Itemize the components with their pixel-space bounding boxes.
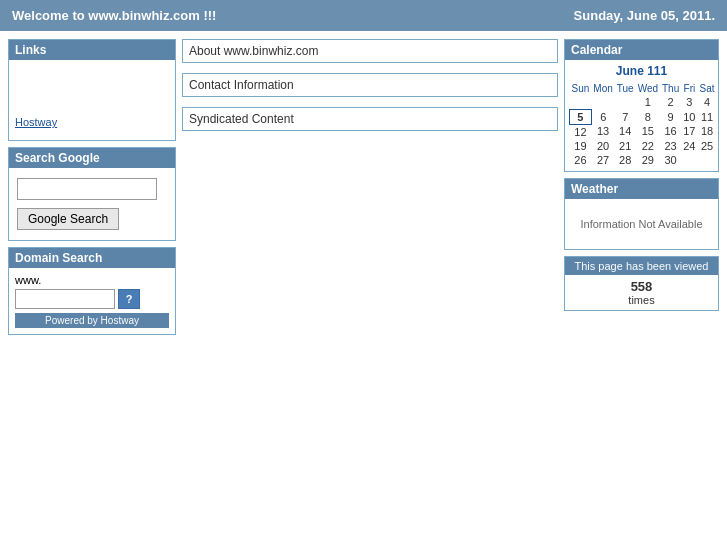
weather-panel-body: Information Not Available (565, 199, 718, 249)
calendar-week-row: 1234 (570, 95, 717, 109)
calendar-day-cell: 21 (615, 139, 636, 153)
calendar-panel: Calendar June 111 SunMonTueWedThuFriSat … (564, 39, 719, 172)
calendar-week-row: 567891011 (570, 109, 717, 124)
calendar-day-cell (570, 95, 592, 109)
calendar-day-cell: 30 (660, 153, 681, 167)
calendar-day-cell: 22 (636, 139, 660, 153)
calendar-day-header: Sat (698, 82, 717, 95)
calendar-day-cell: 19 (570, 139, 592, 153)
calendar-week-row: 2627282930 (570, 153, 717, 167)
calendar-day-header: Thu (660, 82, 681, 95)
hostway-link[interactable]: Hostway (15, 116, 169, 128)
calendar-day-cell: 7 (615, 109, 636, 124)
welcome-text: Welcome to www.binwhiz.com !!! (12, 8, 216, 23)
calendar-day-header: Sun (570, 82, 592, 95)
syndicated-section: Syndicated Content (182, 107, 558, 131)
domain-www-label: www. (15, 274, 169, 286)
contact-section: Contact Information (182, 73, 558, 97)
search-google-body: Google Search (9, 168, 175, 240)
calendar-day-cell: 27 (591, 153, 614, 167)
about-section: About www.binwhiz.com (182, 39, 558, 63)
middle-column: About www.binwhiz.com Contact Informatio… (182, 39, 558, 131)
domain-input[interactable] (15, 289, 115, 309)
calendar-month: June 111 (569, 64, 714, 78)
weather-panel-header: Weather (565, 179, 718, 199)
domain-go-icon: ? (126, 293, 133, 305)
calendar-days-header: SunMonTueWedThuFriSat (570, 82, 717, 95)
calendar-day-cell: 16 (660, 124, 681, 139)
weather-status: Information Not Available (580, 218, 702, 230)
calendar-day-header: Tue (615, 82, 636, 95)
search-google-panel: Search Google Google Search (8, 147, 176, 241)
calendar-day-cell: 5 (570, 109, 592, 124)
calendar-day-cell: 1 (636, 95, 660, 109)
links-panel-header: Links (9, 40, 175, 60)
calendar-day-cell: 15 (636, 124, 660, 139)
calendar-day-header: Wed (636, 82, 660, 95)
pageviews-times: times (569, 294, 714, 306)
calendar-day-cell: 9 (660, 109, 681, 124)
calendar-day-cell: 26 (570, 153, 592, 167)
calendar-day-cell: 11 (698, 109, 717, 124)
date-text: Sunday, June 05, 2011. (574, 8, 715, 23)
calendar-body: 1234567891011121314151617181920212223242… (570, 95, 717, 167)
links-panel: Links Hostway (8, 39, 176, 141)
calendar-table: SunMonTueWedThuFriSat 123456789101112131… (569, 82, 717, 167)
left-column: Links Hostway Search Google Google Searc… (8, 39, 176, 335)
main-content: Links Hostway Search Google Google Searc… (0, 31, 727, 343)
calendar-day-cell: 20 (591, 139, 614, 153)
calendar-day-cell (698, 153, 717, 167)
powered-by-bar: Powered by Hostway (15, 313, 169, 328)
calendar-day-cell: 13 (591, 124, 614, 139)
calendar-day-cell (591, 95, 614, 109)
calendar-day-cell: 6 (591, 109, 614, 124)
pageviews-panel: This page has been viewed 558 times (564, 256, 719, 311)
calendar-day-cell: 4 (698, 95, 717, 109)
page-header: Welcome to www.binwhiz.com !!! Sunday, J… (0, 0, 727, 31)
about-title: About www.binwhiz.com (189, 44, 318, 58)
calendar-week-row: 12131415161718 (570, 124, 717, 139)
calendar-day-cell: 14 (615, 124, 636, 139)
links-panel-body: Hostway (9, 60, 175, 140)
calendar-day-cell: 3 (681, 95, 697, 109)
right-column: Calendar June 111 SunMonTueWedThuFriSat … (564, 39, 719, 311)
weather-panel: Weather Information Not Available (564, 178, 719, 250)
calendar-panel-body: June 111 SunMonTueWedThuFriSat 123456789… (565, 60, 718, 171)
google-search-button[interactable]: Google Search (17, 208, 119, 230)
calendar-day-cell: 23 (660, 139, 681, 153)
calendar-panel-header: Calendar (565, 40, 718, 60)
calendar-day-header: Fri (681, 82, 697, 95)
domain-search-panel: Domain Search www. ? Powered by Hostway (8, 247, 176, 335)
calendar-day-cell: 10 (681, 109, 697, 124)
calendar-day-cell: 29 (636, 153, 660, 167)
domain-search-header: Domain Search (9, 248, 175, 268)
domain-search-body: www. ? Powered by Hostway (9, 268, 175, 334)
calendar-day-cell: 25 (698, 139, 717, 153)
calendar-day-header: Mon (591, 82, 614, 95)
domain-go-button[interactable]: ? (118, 289, 140, 309)
pageviews-count: 558 (569, 279, 714, 294)
calendar-day-cell: 28 (615, 153, 636, 167)
calendar-day-cell (615, 95, 636, 109)
calendar-day-cell: 24 (681, 139, 697, 153)
pageviews-body: 558 times (565, 275, 718, 310)
search-input[interactable] (17, 178, 157, 200)
calendar-week-row: 19202122232425 (570, 139, 717, 153)
powered-by-text: Powered by Hostway (45, 315, 139, 326)
calendar-day-cell: 8 (636, 109, 660, 124)
search-google-header: Search Google (9, 148, 175, 168)
calendar-day-cell: 18 (698, 124, 717, 139)
calendar-day-cell (681, 153, 697, 167)
calendar-day-cell: 2 (660, 95, 681, 109)
contact-title: Contact Information (189, 78, 294, 92)
syndicated-title: Syndicated Content (189, 112, 294, 126)
pageviews-header: This page has been viewed (565, 257, 718, 275)
calendar-day-cell: 17 (681, 124, 697, 139)
calendar-day-cell: 12 (570, 124, 592, 139)
domain-input-row: ? (15, 289, 169, 309)
